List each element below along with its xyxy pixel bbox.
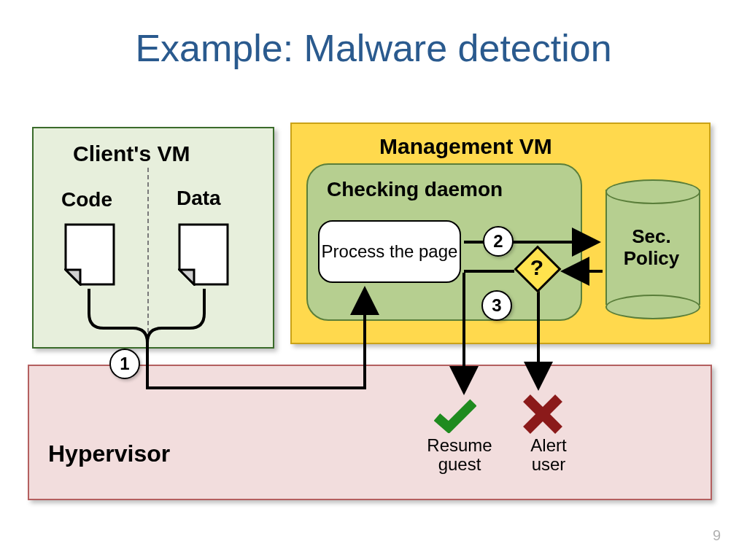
hypervisor-label: Hypervisor xyxy=(48,440,170,467)
check-icon xyxy=(434,398,476,433)
slide-number: 9 xyxy=(713,527,721,544)
decision-label: ? xyxy=(516,255,557,280)
divider-line xyxy=(147,168,149,332)
checking-daemon-label: Checking daemon xyxy=(327,178,503,201)
slide-title: Example: Malware detection xyxy=(0,26,747,70)
svg-marker-1 xyxy=(66,270,80,284)
page-icon xyxy=(64,223,115,286)
decision-diamond-icon: ? xyxy=(516,248,557,289)
database-cylinder-icon: Sec. Policy xyxy=(605,179,697,315)
management-vm-label: Management VM xyxy=(379,134,552,159)
step-2-badge: 2 xyxy=(483,226,514,257)
hypervisor-box xyxy=(28,365,712,500)
step-1-badge: 1 xyxy=(109,349,140,379)
step-3-badge: 3 xyxy=(481,290,512,321)
data-label: Data xyxy=(177,187,221,210)
alert-user-label: Alert user xyxy=(519,436,578,475)
cross-icon xyxy=(522,394,563,435)
svg-marker-3 xyxy=(179,270,194,284)
process-page-box: Process the page xyxy=(318,220,461,283)
sec-policy-label: Sec. Policy xyxy=(605,226,697,270)
resume-guest-label: Resume guest xyxy=(419,436,500,475)
process-page-text: Process the page xyxy=(322,241,458,262)
page-icon xyxy=(178,223,229,286)
code-label: Code xyxy=(61,188,112,211)
client-vm-label: Client's VM xyxy=(73,141,190,166)
